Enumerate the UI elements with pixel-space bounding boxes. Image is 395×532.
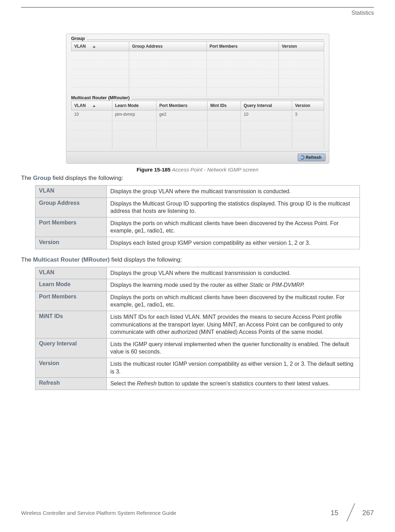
figure-number: Figure 15-185 — [137, 167, 171, 173]
refresh-label: Refresh — [306, 155, 322, 160]
desc-value: Displays the Multicast Group ID supporti… — [107, 197, 360, 217]
mrouter-fieldset: Multicast Router (MRouter) VLAN Learn Mo… — [71, 99, 324, 149]
desc-label: MiNT IDs — [35, 311, 107, 338]
sort-asc-icon — [93, 46, 96, 48]
cell-learn: pim-dvmrp — [112, 110, 156, 121]
sort-asc-icon — [93, 105, 96, 107]
group-col-version[interactable]: Version — [279, 42, 324, 51]
desc-value: Displays the ports on which multicast cl… — [107, 217, 360, 237]
cell-version: 3 — [292, 110, 324, 121]
group-table: VLAN Group Address Port Members Version — [71, 41, 324, 97]
refresh-icon — [300, 155, 304, 160]
desc-value: Displays the group VLAN where the multic… — [107, 186, 360, 198]
desc-label: Refresh — [35, 378, 107, 390]
group-col-port[interactable]: Port Members — [206, 42, 279, 51]
cell-port: ge2 — [156, 110, 207, 121]
desc-value: Lists MiNT IDs for each listed VLAN. MiN… — [107, 311, 360, 338]
group-col-address[interactable]: Group Address — [129, 42, 206, 51]
desc-value: Displays the learning mode used by the r… — [107, 279, 360, 291]
page-content: Group VLAN Group Address Port Members Ve… — [21, 34, 374, 390]
desc-value: Displays each listed group IGMP version … — [107, 237, 360, 249]
group-description-table: VLANDisplays the group VLAN where the mu… — [35, 185, 360, 249]
mrouter-legend: Multicast Router (MRouter) — [71, 95, 132, 100]
desc-label: Port Members — [35, 217, 107, 237]
mrouter-col-query[interactable]: Query Interval — [241, 101, 292, 110]
group-intro-text: The Group field displays the following: — [21, 175, 374, 182]
desc-label: Group Address — [35, 197, 107, 217]
footer-doc-title: Wireless Controller and Service Platform… — [21, 510, 176, 516]
mrouter-col-mint[interactable]: Mint IDs — [207, 101, 241, 110]
cell-query: 10 — [241, 110, 292, 121]
footer-page: 267 — [361, 509, 374, 517]
desc-label: VLAN — [35, 267, 107, 279]
page-footer: Wireless Controller and Service Platform… — [21, 504, 374, 521]
panel-footer: Refresh — [66, 151, 329, 163]
desc-value: Lists the multicast router IGMP version … — [107, 358, 360, 377]
desc-label: Port Members — [35, 291, 107, 311]
desc-value: Lists the IGMP query interval implemente… — [107, 338, 360, 358]
refresh-button[interactable]: Refresh — [298, 154, 325, 161]
figure-title: Access Point - Network IGMP screen — [172, 167, 258, 173]
desc-value: Displays the group VLAN where the multic… — [107, 267, 360, 279]
mrouter-col-port[interactable]: Port Members — [156, 101, 207, 110]
cell-vlan: 10 — [71, 110, 112, 121]
slash-divider-icon — [340, 504, 361, 521]
desc-label: Query Interval — [35, 338, 107, 358]
page-number-box: 15 267 — [330, 504, 374, 521]
group-fieldset: Group VLAN Group Address Port Members Ve… — [71, 40, 324, 97]
desc-label: Learn Mode — [35, 279, 107, 291]
group-col-vlan[interactable]: VLAN — [71, 42, 129, 51]
figure-caption: Figure 15-185 Access Point - Network IGM… — [21, 167, 374, 173]
mrouter-intro-text: The Multicast Router (MRouter) field dis… — [21, 256, 374, 263]
cell-mint — [207, 110, 241, 121]
mrouter-col-vlan[interactable]: VLAN — [71, 101, 112, 110]
mrouter-description-table: VLANDisplays the group VLAN where the mu… — [35, 267, 360, 390]
mrouter-col-learn[interactable]: Learn Mode — [112, 101, 156, 110]
page-header-section: Statistics — [21, 7, 374, 16]
desc-value: Displays the ports on which multicast cl… — [107, 291, 360, 311]
desc-label: VLAN — [35, 186, 107, 198]
igmp-screenshot-panel: Group VLAN Group Address Port Members Ve… — [66, 34, 329, 164]
group-legend: Group — [71, 36, 87, 41]
desc-label: Version — [35, 237, 107, 249]
mrouter-table: VLAN Learn Mode Port Members Mint IDs Qu… — [71, 101, 324, 149]
desc-value: Select the Refresh button to update the … — [107, 378, 360, 390]
table-row[interactable]: 10 pim-dvmrp ge2 10 3 — [71, 110, 324, 121]
footer-chapter: 15 — [330, 509, 340, 517]
desc-label: Version — [35, 358, 107, 377]
mrouter-col-version[interactable]: Version — [292, 101, 324, 110]
